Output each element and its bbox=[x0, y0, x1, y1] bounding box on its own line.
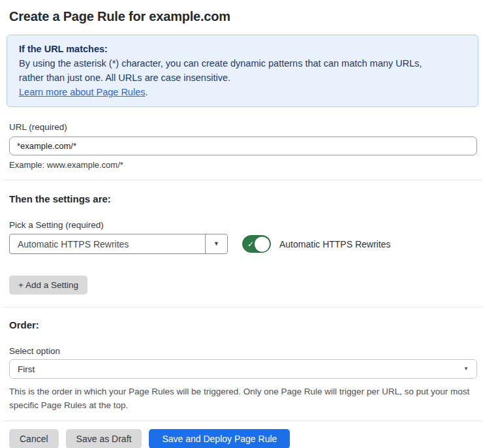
footer-actions: Cancel Save as Draft Save and Deploy Pag… bbox=[9, 429, 485, 448]
settings-section-heading: Then the settings are: bbox=[9, 193, 476, 205]
select-option-label: Select option bbox=[9, 346, 476, 357]
url-matches-info-box: If the URL matches: By using the asteris… bbox=[7, 35, 478, 107]
info-box-heading: If the URL matches: bbox=[19, 42, 466, 56]
order-section-heading: Order: bbox=[9, 319, 476, 331]
toggle-knob bbox=[255, 236, 270, 251]
url-label: URL (required) bbox=[9, 122, 476, 133]
order-helper-text: This is the order in which your Page Rul… bbox=[9, 385, 476, 412]
setting-dropdown-value: Automatic HTTPS Rewrites bbox=[10, 234, 205, 253]
toggle-label: Automatic HTTPS Rewrites bbox=[279, 239, 390, 249]
url-example-helper: Example: www.example.com/* bbox=[9, 160, 476, 170]
info-box-line2: rather than just one. All URLs are case … bbox=[19, 71, 466, 85]
page-title: Create a Page Rule for example.com bbox=[9, 8, 476, 24]
url-input[interactable] bbox=[9, 136, 477, 155]
setting-dropdown[interactable]: Automatic HTTPS Rewrites ▼ bbox=[9, 234, 228, 254]
setting-dropdown-arrow-button[interactable]: ▼ bbox=[205, 234, 227, 253]
learn-more-page-rules-link[interactable]: Learn more about Page Rules bbox=[19, 87, 145, 97]
pick-setting-label: Pick a Setting (required) bbox=[9, 220, 476, 231]
chevron-down-icon: ▼ bbox=[213, 241, 219, 247]
save-deploy-button[interactable]: Save and Deploy Page Rule bbox=[149, 429, 290, 448]
info-box-line1: By using the asterisk (*) character, you… bbox=[19, 56, 466, 71]
divider bbox=[3, 307, 482, 308]
save-draft-button[interactable]: Save as Draft bbox=[66, 429, 142, 448]
cancel-button[interactable]: Cancel bbox=[9, 429, 59, 448]
order-select-value: First bbox=[18, 364, 463, 374]
divider bbox=[3, 180, 482, 180]
check-icon: ✓ bbox=[247, 240, 254, 248]
select-chevron-down-icon: ▼ bbox=[463, 366, 469, 372]
link-suffix: . bbox=[145, 87, 148, 97]
setting-controls-row: Automatic HTTPS Rewrites ▼ ✓ Automatic H… bbox=[9, 234, 477, 254]
add-setting-button[interactable]: + Add a Setting bbox=[9, 276, 87, 295]
create-page-rule-page: Create a Page Rule for example.com If th… bbox=[0, 8, 485, 448]
order-select[interactable]: First ▼ bbox=[9, 359, 477, 379]
divider bbox=[3, 421, 482, 421]
info-box-link-line: Learn more about Page Rules. bbox=[19, 85, 466, 99]
https-rewrites-toggle[interactable]: ✓ bbox=[242, 235, 271, 253]
